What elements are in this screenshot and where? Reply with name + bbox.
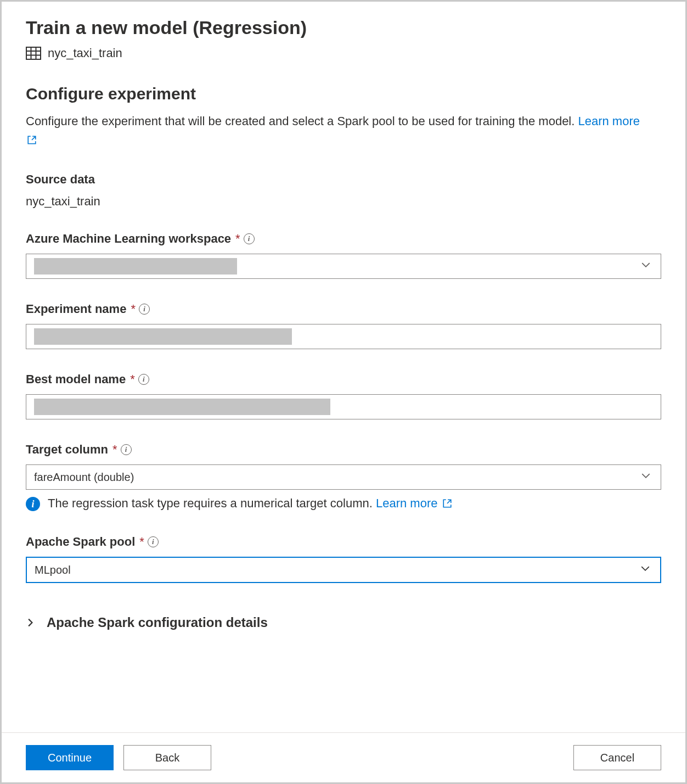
target-column-info-text: The regression task type requires a nume… [48,496,452,512]
info-icon[interactable]: i [244,233,255,244]
dialog-window: Train a new model (Regression) nyc_taxi_… [0,0,687,784]
dataset-row: nyc_taxi_train [26,46,661,60]
required-indicator: * [235,232,240,246]
required-indicator: * [130,372,135,387]
target-learn-more-link[interactable]: Learn more [376,496,452,510]
section-description-text: Configure the experiment that will be cr… [26,114,578,128]
chevron-down-icon [641,471,651,484]
external-link-icon [27,132,37,150]
required-indicator: * [131,302,136,316]
redacted-value [34,258,237,275]
workspace-select[interactable] [26,254,661,279]
chevron-right-icon [26,618,37,628]
info-icon[interactable]: i [138,374,149,385]
source-data-value: nyc_taxi_train [26,194,661,209]
cancel-button[interactable]: Cancel [573,745,661,770]
section-title: Configure experiment [26,85,661,103]
spark-pool-label: Apache Spark pool * i [26,535,661,549]
chevron-down-icon [640,564,650,576]
table-icon [26,47,41,60]
workspace-field: Azure Machine Learning workspace * i [26,232,661,279]
required-indicator: * [112,443,117,457]
redacted-value [34,328,292,345]
dialog-footer: Continue Back Cancel [2,732,685,782]
spark-config-expand[interactable]: Apache Spark configuration details [26,615,661,630]
continue-button[interactable]: Continue [26,745,114,770]
info-icon[interactable]: i [121,444,132,455]
best-model-name-field: Best model name * i [26,372,661,419]
external-link-icon [442,497,452,512]
dataset-name: nyc_taxi_train [48,46,122,60]
spark-config-label: Apache Spark configuration details [47,615,268,630]
target-column-label: Target column * i [26,443,661,457]
experiment-name-input[interactable] [26,324,661,349]
source-data-block: Source data nyc_taxi_train [26,172,661,209]
redacted-value [34,399,330,415]
svg-rect-0 [26,47,41,59]
best-model-name-input[interactable] [26,394,661,419]
target-column-value: fareAmount (double) [34,471,134,484]
workspace-label: Azure Machine Learning workspace * i [26,232,661,246]
spark-pool-field: Apache Spark pool * i MLpool [26,535,661,583]
target-column-field: Target column * i fareAmount (double) i … [26,443,661,512]
best-model-name-label: Best model name * i [26,372,661,387]
info-icon[interactable]: i [139,304,150,315]
back-button[interactable]: Back [123,745,211,770]
info-icon[interactable]: i [148,536,159,547]
spark-pool-value: MLpool [35,564,71,576]
page-title: Train a new model (Regression) [26,17,661,38]
target-column-info: i The regression task type requires a nu… [26,496,661,512]
target-column-select[interactable]: fareAmount (double) [26,464,661,490]
chevron-down-icon [641,260,651,273]
experiment-name-label: Experiment name * i [26,302,661,316]
spark-pool-select[interactable]: MLpool [26,557,661,583]
experiment-name-field: Experiment name * i [26,302,661,349]
dialog-content: Train a new model (Regression) nyc_taxi_… [2,2,685,732]
info-icon: i [26,497,40,511]
source-data-label: Source data [26,172,661,187]
section-description: Configure the experiment that will be cr… [26,112,640,150]
required-indicator: * [139,535,144,549]
